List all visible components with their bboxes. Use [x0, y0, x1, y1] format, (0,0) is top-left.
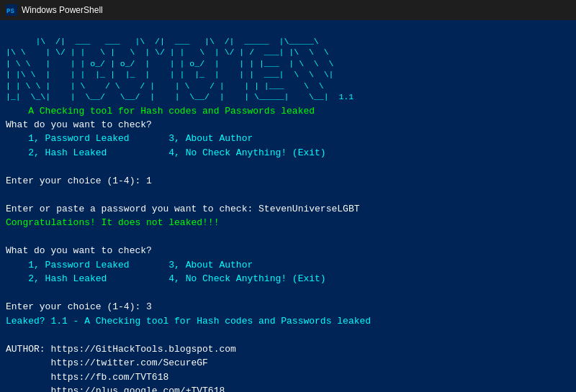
- author-gplus: https://plus.google.com/+TVT618: [6, 384, 570, 392]
- password-input: Enter or paste a password you want to ch…: [6, 202, 570, 216]
- about-text: Leaked? 1.1 - A Checking tool for Hash c…: [6, 314, 570, 329]
- author-blank: [6, 328, 570, 342]
- what-check-prompt-1: What do you want to check?: [6, 118, 570, 132]
- powershell-icon: PS: [6, 4, 17, 16]
- second-menu-blank: [6, 230, 570, 245]
- author-twitter: https://twitter.com/SecureGF: [6, 356, 570, 370]
- menu-item-4: 2, Hash Leaked 4, No Check Anything! (Ex…: [6, 272, 570, 286]
- choice-3-blank: [6, 286, 570, 301]
- title-bar-label: Windows PowerShell: [22, 5, 103, 15]
- password-result: Congratulations! It does not leaked!!!: [6, 216, 570, 230]
- menu-item-1: 1, Password Leaked 3, About Author: [6, 132, 570, 146]
- author-label: AUTHOR: https://GitHackTools.blogspot.co…: [6, 342, 570, 357]
- menu-item-2: 2, Hash Leaked 4, No Check Anything! (Ex…: [6, 146, 570, 160]
- author-section: AUTHOR: https://GitHackTools.blogspot.co…: [6, 342, 570, 392]
- author-fb: https://fb.com/TVT618: [6, 370, 570, 385]
- password-blank: [6, 188, 570, 202]
- choice-3-input: Enter your choice (1-4): 3: [6, 300, 570, 314]
- choice-1-blank: [6, 160, 570, 174]
- choice-1-input: Enter your choice (1-4): 1: [6, 174, 570, 188]
- subtitle: A Checking tool for Hash codes and Passw…: [6, 106, 570, 117]
- what-check-prompt-2: What do you want to check?: [6, 244, 570, 258]
- title-bar: PS Windows PowerShell: [0, 0, 576, 20]
- terminal: |\ /| ___ ___ |\ /| ___ |\ /| _____ |\__…: [0, 20, 576, 392]
- menu-item-3: 1, Password Leaked 3, About Author: [6, 258, 570, 273]
- ascii-art-banner: |\ /| ___ ___ |\ /| ___ |\ /| _____ |\__…: [6, 24, 570, 103]
- second-menu-section: What do you want to check? 1, Password L…: [6, 230, 570, 286]
- svg-text:PS: PS: [6, 8, 14, 15]
- first-menu-section: What do you want to check? 1, Password L…: [6, 118, 570, 160]
